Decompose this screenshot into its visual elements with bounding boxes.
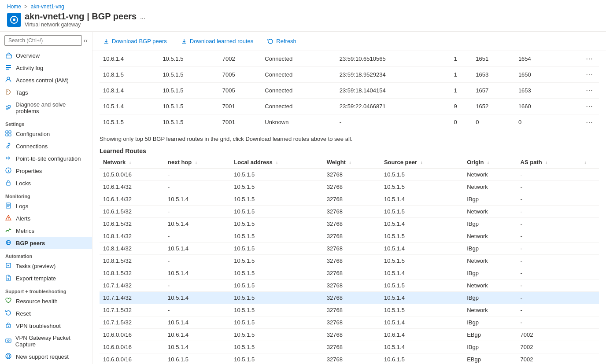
route-source-peer: 10.5.1.5 xyxy=(381,181,463,193)
svg-point-37 xyxy=(8,340,8,341)
header-ellipsis-btn[interactable]: ... xyxy=(140,13,145,20)
peer-routes-received: 1 xyxy=(450,83,472,99)
table-row: 10.8.1.5/32 - 10.5.1.5 32768 10.5.1.5 Ne… xyxy=(100,255,599,267)
log-icon xyxy=(5,202,12,210)
sidebar-item-alerts[interactable]: Alerts xyxy=(0,212,92,224)
sidebar-item-access-control[interactable]: Access control (IAM) xyxy=(0,74,92,86)
more-btn[interactable]: ⋯ xyxy=(583,101,595,111)
sidebar-properties-label: Properties xyxy=(16,168,42,174)
more-btn[interactable]: ⋯ xyxy=(583,117,595,127)
download-routes-btn[interactable]: Download learned routes xyxy=(177,36,257,46)
route-origin: Network xyxy=(463,279,517,292)
route-next-hop: - xyxy=(164,230,230,243)
peer-messages-in: 1651 xyxy=(472,51,515,67)
svg-rect-5 xyxy=(6,67,11,68)
sidebar-item-diagnose[interactable]: Diagnose and solve problems xyxy=(0,99,92,117)
sidebar-item-point-to-site[interactable]: Point-to-site configuration xyxy=(0,152,92,165)
route-extra xyxy=(579,353,599,364)
sidebar-item-tags[interactable]: Tags xyxy=(0,86,92,99)
page-title: akn-vnet1-vng | BGP peers xyxy=(25,11,137,22)
route-local-addr: 10.5.1.5 xyxy=(230,193,323,206)
sidebar-item-connections[interactable]: Connections xyxy=(0,140,92,152)
refresh-btn[interactable]: Refresh xyxy=(264,36,300,46)
download-bgp-btn[interactable]: Download BGP peers xyxy=(100,36,170,46)
route-network: 10.7.1.4/32 xyxy=(100,279,164,292)
peer-local-addr: 10.6.1.4 xyxy=(100,51,159,67)
route-extra xyxy=(579,243,599,255)
table-row: 10.6.1.5/32 - 10.5.1.5 32768 10.5.1.5 Ne… xyxy=(100,206,599,218)
svg-point-27 xyxy=(8,219,8,219)
peer-asn: 7002 xyxy=(219,51,262,67)
route-as-path: - xyxy=(517,230,579,243)
peer-messages-in: 1657 xyxy=(472,83,515,99)
sidebar-tags-label: Tags xyxy=(16,89,28,96)
tag-icon xyxy=(5,89,12,96)
peer-routes-received: 0 xyxy=(450,114,472,130)
arrow-icon xyxy=(5,155,12,162)
home-icon xyxy=(5,52,12,59)
svg-point-34 xyxy=(8,326,9,327)
column-header-network[interactable]: Network ↕ xyxy=(100,156,164,169)
peer-more-actions[interactable]: ⋯ xyxy=(557,114,599,130)
route-source-peer: 10.5.1.4 xyxy=(381,316,463,329)
peer-local-addr: 10.8.1.4 xyxy=(100,83,159,99)
peer-routes-received: 1 xyxy=(450,67,472,83)
sidebar-item-activity-log[interactable]: Activity log xyxy=(0,62,92,74)
sidebar-item-configuration[interactable]: Configuration xyxy=(0,128,92,140)
peer-routes-received: 9 xyxy=(450,99,472,114)
more-btn[interactable]: ⋯ xyxy=(583,85,595,96)
peer-messages-out: 1650 xyxy=(515,67,558,83)
list-icon xyxy=(5,64,12,71)
sidebar-item-export-template[interactable]: Export template xyxy=(0,272,92,284)
sidebar-item-tasks[interactable]: Tasks (preview) xyxy=(0,260,92,272)
table-row: 10.8.1.4/32 10.5.1.4 10.5.1.5 32768 10.5… xyxy=(100,243,599,255)
peer-remote-addr: 10.5.1.5 xyxy=(159,51,218,67)
table-row: 10.5.0.0/16 - 10.5.1.5 32768 10.5.1.5 Ne… xyxy=(100,169,599,181)
sidebar-collapse-btn[interactable]: ‹‹ xyxy=(84,37,88,44)
breadcrumb-resource[interactable]: akn-vnet1-vng xyxy=(31,4,64,10)
more-btn[interactable]: ⋯ xyxy=(583,54,595,64)
svg-line-42 xyxy=(7,357,7,358)
column-header-weight[interactable]: Weight ↕ xyxy=(323,156,381,169)
route-network: 10.8.1.5/32 xyxy=(100,255,164,267)
sidebar-item-vpn-capture[interactable]: VPN Gateway Packet Capture xyxy=(0,332,92,350)
table-row: 10.8.1.4/32 - 10.5.1.5 32768 10.5.1.5 Ne… xyxy=(100,230,599,243)
route-local-addr: 10.5.1.5 xyxy=(230,316,323,329)
more-btn[interactable]: ⋯ xyxy=(583,70,595,80)
route-network: 10.6.1.5/32 xyxy=(100,218,164,230)
search-input[interactable] xyxy=(4,35,82,46)
peer-more-actions[interactable]: ⋯ xyxy=(557,83,599,99)
route-extra xyxy=(579,267,599,279)
peer-more-actions[interactable]: ⋯ xyxy=(557,67,599,83)
column-header-origin[interactable]: Origin ↕ xyxy=(463,156,517,169)
route-next-hop: 10.5.1.4 xyxy=(164,267,230,279)
svg-rect-12 xyxy=(6,131,8,133)
sidebar-item-vpn-troubleshoot[interactable]: VPN troubleshoot xyxy=(0,320,92,332)
peer-uptime: 23:59:10.6510565 xyxy=(336,51,451,67)
sort-icon: ↕ xyxy=(421,160,423,165)
column-header-source-peer[interactable]: Source peer ↕ xyxy=(381,156,463,169)
peer-more-actions[interactable]: ⋯ xyxy=(557,99,599,114)
route-origin: IBgp xyxy=(463,243,517,255)
sidebar-item-bgp-peers[interactable]: BGP peers xyxy=(0,237,92,249)
sidebar-item-locks[interactable]: Locks xyxy=(0,177,92,189)
column-header-as-path[interactable]: AS path ↕ xyxy=(517,156,579,169)
breadcrumb-home[interactable]: Home xyxy=(7,4,21,10)
svg-rect-14 xyxy=(6,134,8,136)
sidebar-item-new-support[interactable]: New support request xyxy=(0,350,92,363)
sidebar-item-logs[interactable]: Logs xyxy=(0,200,92,212)
column-header-next-hop[interactable]: next hop ↕ xyxy=(164,156,230,169)
sidebar-item-overview[interactable]: Overview xyxy=(0,49,92,62)
route-extra xyxy=(579,193,599,206)
sidebar-item-resource-health[interactable]: Resource health xyxy=(0,295,92,307)
peer-more-actions[interactable]: ⋯ xyxy=(557,51,599,67)
sidebar-item-metrics[interactable]: Metrics xyxy=(0,224,92,237)
peer-routes-received: 1 xyxy=(450,51,472,67)
svg-rect-21 xyxy=(7,182,10,185)
sidebar-item-properties[interactable]: Properties xyxy=(0,165,92,177)
sidebar-settings-header: Settings xyxy=(0,117,92,128)
sidebar-item-reset[interactable]: Reset xyxy=(0,307,92,320)
column-header-local-address[interactable]: Local address ↕ xyxy=(230,156,323,169)
route-source-peer: 10.5.1.4 xyxy=(381,292,463,304)
sidebar-access-label: Access control (IAM) xyxy=(16,77,69,84)
